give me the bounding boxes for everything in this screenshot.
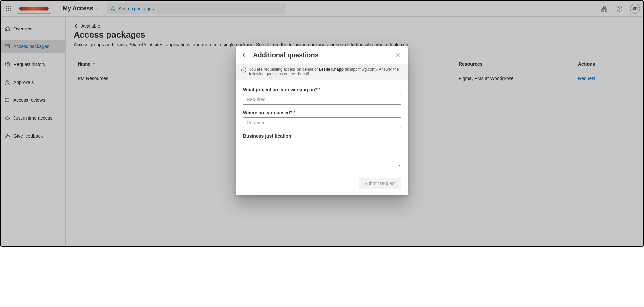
q1-input[interactable] [243,94,401,105]
banner-name: Leslie Knapp [319,67,344,72]
modal-overlay: Additional questions You are requesting … [1,1,643,246]
required-indicator: * [293,110,295,115]
q2-label: Where are you based?* [243,110,401,115]
q3-label: Business justification [243,133,401,139]
submit-request-button[interactable]: Submit request [359,178,401,189]
q2-input[interactable] [243,117,401,128]
modal-close-button[interactable] [394,50,403,60]
q3-textarea[interactable] [243,141,401,166]
arrow-left-icon [242,52,248,58]
close-icon [396,53,401,57]
modal-back-button[interactable] [241,50,250,60]
banner-prefix: You are requesting access on behalf of [249,67,319,72]
svg-rect-23 [243,70,244,71]
svg-point-22 [243,69,244,69]
info-icon [241,67,246,73]
on-behalf-banner: You are requesting access on behalf of L… [236,64,408,80]
additional-questions-modal: Additional questions You are requesting … [236,46,408,195]
modal-title: Additional questions [253,51,319,59]
required-indicator: * [319,87,320,92]
q1-label: What project are you working on?* [243,87,401,92]
